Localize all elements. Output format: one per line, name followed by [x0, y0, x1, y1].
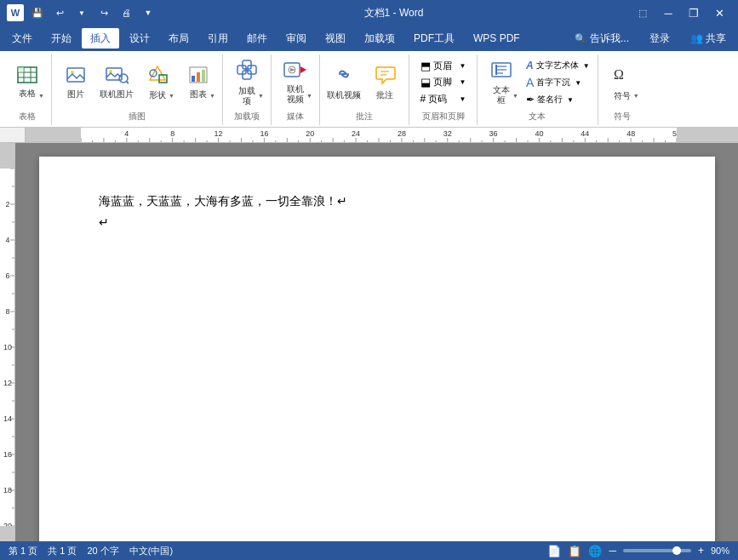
wordart-button[interactable]: A 文字艺术体 ▼: [523, 58, 592, 73]
share-button[interactable]: 👥 共享: [682, 28, 735, 49]
ribbon-group-symbols: Ω 符号 ▼ 符号: [598, 54, 646, 125]
save-qa-icon[interactable]: 💾: [29, 4, 46, 21]
dropcap-icon: A: [526, 76, 534, 89]
header-dropdown-arrow[interactable]: ▼: [460, 62, 466, 70]
ribbon-group-illustrations-label: 插图: [129, 109, 146, 125]
ribbon-group-header-footer-label: 页眉和页脚: [422, 109, 465, 125]
svg-marker-26: [290, 68, 295, 71]
header-button[interactable]: ⬒ 页眉 ▼: [418, 59, 469, 74]
zoom-in-button[interactable]: +: [698, 545, 704, 557]
close-button[interactable]: ✕: [707, 4, 731, 21]
svg-rect-16: [192, 76, 195, 82]
login-button[interactable]: 登录: [641, 28, 678, 49]
doc-scroll-area[interactable]: 海蓝蓝，天蓝蓝，大海有多蓝，一切全靠浪！↵ ↵: [15, 143, 738, 541]
online-image-button[interactable]: 联机图片: [98, 58, 135, 107]
menu-item-home[interactable]: 开始: [43, 28, 80, 49]
shape-icon: [146, 65, 169, 89]
app-window: W 💾 ↩ ▼ ↪ 🖨 ▼ 文档1 - Word ⬚ ─ ❐ ✕ 文件 开始 插…: [0, 0, 738, 560]
ribbon-group-header-footer: ⬒ 页眉 ▼ ⬓ 页脚 ▼ # 页码 ▼: [409, 54, 478, 125]
table-dropdown-arrow: ▼: [38, 93, 44, 99]
textbox-dropdown-arrow: ▼: [512, 93, 518, 99]
wordart-button-label: 文字艺术体: [536, 60, 579, 71]
menu-item-layout[interactable]: 布局: [160, 28, 197, 49]
chart-icon: [188, 66, 209, 88]
svg-point-10: [119, 74, 128, 83]
footer-dropdown-arrow[interactable]: ▼: [460, 78, 466, 86]
footer-button[interactable]: ⬓ 页脚 ▼: [418, 75, 469, 90]
svg-rect-21: [243, 60, 251, 69]
footer-button-label: 页脚: [433, 76, 452, 89]
video-button[interactable]: 联机视频 ▼: [277, 58, 314, 107]
online-image-icon: [105, 66, 129, 88]
header-button-label: 页眉: [433, 60, 452, 72]
signature-button-label: 签名行: [537, 94, 563, 106]
wordart-icon: A: [526, 60, 534, 71]
menu-item-review[interactable]: 审阅: [277, 28, 315, 49]
wordart-dropdown-arrow[interactable]: ▼: [583, 62, 590, 70]
menu-item-addins[interactable]: 加载项: [356, 28, 403, 49]
signature-icon: ✒: [526, 94, 535, 106]
redo-qa-icon[interactable]: ↪: [95, 4, 112, 21]
menu-item-mailings[interactable]: 邮件: [238, 28, 276, 49]
title-bar: W 💾 ↩ ▼ ↪ 🖨 ▼ 文档1 - Word ⬚ ─ ❐ ✕: [0, 0, 738, 26]
print-qa-icon[interactable]: 🖨: [117, 4, 134, 21]
menu-item-pdf-tools[interactable]: PDF工具: [405, 28, 463, 49]
web-layout-view-icon[interactable]: 🌐: [588, 545, 602, 557]
svg-rect-19: [237, 66, 246, 74]
menu-item-insert[interactable]: 插入: [82, 28, 119, 49]
header-icon: ⬒: [420, 60, 431, 72]
menu-item-design[interactable]: 设计: [121, 28, 158, 49]
read-mode-view-icon[interactable]: 📄: [547, 545, 561, 557]
undo-qa-icon[interactable]: ↩: [51, 4, 68, 21]
symbol-icon: Ω: [611, 64, 633, 89]
image-button[interactable]: 图片: [57, 58, 94, 107]
ribbon-group-table: 表格 ▼ 表格: [3, 54, 52, 125]
tell-me-button[interactable]: 🔍 告诉我...: [566, 28, 638, 49]
comment-button-label: 批注: [376, 90, 393, 100]
symbol-dropdown-arrow: ▼: [633, 93, 639, 99]
table-button[interactable]: 表格 ▼: [9, 58, 46, 107]
page-number-dropdown-arrow[interactable]: ▼: [460, 95, 466, 103]
scrollable-area: 海蓝蓝，天蓝蓝，大海有多蓝，一切全靠浪！↵ ↵: [0, 143, 738, 541]
restore-button[interactable]: ❐: [682, 4, 706, 21]
zoom-slider[interactable]: [623, 549, 691, 552]
svg-rect-17: [197, 72, 200, 82]
textbox-button[interactable]: 文本框 ▼: [483, 58, 520, 107]
signature-dropdown-arrow[interactable]: ▼: [567, 96, 574, 104]
comment-icon: [374, 65, 396, 89]
language-indicator: 中文(中国): [129, 545, 173, 557]
footer-icon: ⬓: [420, 76, 431, 89]
ribbon-group-addins: 加载项 ▼ 加载项: [223, 54, 272, 125]
textbox-button-label: 文本框: [493, 85, 510, 106]
chart-button[interactable]: 图表 ▼: [180, 58, 217, 107]
ribbon-toggle-icon[interactable]: ⬚: [631, 4, 655, 21]
symbol-button[interactable]: Ω 符号 ▼: [604, 58, 641, 107]
doc-page[interactable]: 海蓝蓝，天蓝蓝，大海有多蓝，一切全靠浪！↵ ↵: [39, 157, 715, 541]
dropcap-dropdown-arrow[interactable]: ▼: [575, 79, 581, 87]
menu-item-file[interactable]: 文件: [3, 28, 41, 49]
word-app-icon: W: [7, 4, 24, 21]
svg-text:Ω: Ω: [614, 67, 624, 82]
link-button[interactable]: 联机视频 ▼: [325, 58, 363, 107]
minimize-button[interactable]: ─: [656, 4, 680, 21]
dropcap-button[interactable]: A 首字下沉 ▼: [523, 75, 592, 90]
print-layout-view-icon[interactable]: 📋: [568, 545, 581, 557]
signature-button[interactable]: ✒ 签名行 ▼: [523, 92, 592, 107]
svg-rect-18: [202, 70, 205, 82]
video-dropdown-arrow: ▼: [306, 93, 312, 99]
comment-button[interactable]: 批注: [366, 58, 403, 107]
ribbon-content: 表格 ▼ 表格: [0, 54, 738, 125]
menu-item-view[interactable]: 视图: [317, 28, 354, 49]
symbol-button-label: 符号: [614, 91, 631, 101]
zoom-out-button[interactable]: ─: [609, 545, 616, 557]
ruler-container: [0, 128, 738, 143]
addon-button[interactable]: 加载项 ▼: [228, 58, 266, 107]
shape-button[interactable]: 形状 ▼: [139, 58, 176, 107]
link-dropdown-arrow: ▼: [355, 93, 361, 99]
undo-dropdown-icon[interactable]: ▼: [73, 4, 90, 21]
menu-item-references[interactable]: 引用: [199, 28, 237, 49]
menu-item-wps-pdf[interactable]: WPS PDF: [465, 28, 529, 49]
customize-qa-icon[interactable]: ▼: [140, 4, 157, 21]
status-bar: 第 1 页 共 1 页 20 个字 中文(中国) 📄 📋 🌐 ─ + 90%: [0, 541, 738, 560]
page-number-button[interactable]: # 页码 ▼: [418, 91, 469, 106]
